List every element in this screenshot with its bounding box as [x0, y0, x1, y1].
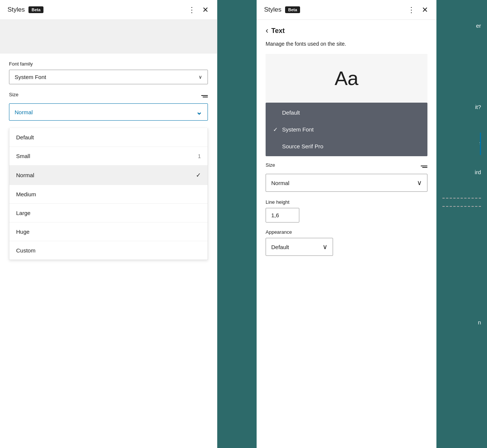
right-close-button[interactable]: ✕	[421, 5, 429, 14]
background-text-n: n	[442, 319, 481, 326]
dropdown-item-large[interactable]: Large	[9, 204, 208, 223]
right-size-label-row: Size	[266, 162, 427, 171]
line-height-label: Line height	[266, 199, 427, 205]
left-panel-header: Styles Beta ⋮ ✕	[0, 0, 217, 20]
right-size-chevron-icon: ∨	[417, 179, 422, 187]
background-text-t: t	[442, 140, 481, 146]
size-dropdown-list: Default Small 1 Normal ✓ Medium Large Hu…	[9, 128, 208, 260]
font-dropdown: Default ✓ System Font Source Serif Pro	[266, 103, 427, 156]
dropdown-item-label: Small	[16, 153, 30, 159]
right-panel: Styles Beta ⋮ ✕ ‹ Text Manage the fonts …	[257, 0, 436, 448]
background-text-er: er	[442, 22, 481, 29]
font-family-label: Font family	[9, 61, 208, 67]
font-preview-text: Aa	[335, 67, 359, 90]
right-size-value: Normal	[271, 180, 289, 186]
right-fields: Size Normal ∨ Line height Appearance Def…	[257, 162, 436, 263]
dropdown-item-label: Custom	[16, 247, 36, 254]
right-background: er it? t ird n	[436, 0, 487, 448]
small-count: 1	[198, 153, 201, 159]
size-section: Size Normal ⌄	[9, 92, 208, 121]
line-height-section: Line height	[266, 199, 427, 223]
right-title-area: Styles Beta	[264, 6, 300, 13]
font-option-default[interactable]: Default	[266, 104, 427, 121]
size-label: Size	[9, 92, 18, 97]
font-option-label: Default	[282, 109, 300, 116]
font-family-select[interactable]: System Font ∨	[9, 70, 208, 84]
back-arrow-icon[interactable]: ‹	[266, 26, 268, 36]
size-filter-icon[interactable]	[200, 95, 208, 97]
dropdown-item-normal[interactable]: Normal ✓	[9, 166, 208, 185]
section-title: Text	[271, 27, 285, 35]
right-header-actions: ⋮ ✕	[407, 5, 429, 14]
left-panel: Styles Beta ⋮ ✕ Font family System Font …	[0, 0, 217, 448]
left-title-area: Styles Beta	[7, 6, 43, 13]
normal-check-icon: ✓	[196, 172, 201, 179]
dots-icon: ⋮	[408, 6, 415, 14]
back-navigation: ‹ Text	[257, 20, 436, 40]
left-beta-badge: Beta	[28, 6, 43, 13]
appearance-label: Appearance	[266, 229, 427, 235]
dropdown-item-huge[interactable]: Huge	[9, 223, 208, 241]
left-close-button[interactable]: ✕	[202, 5, 209, 14]
section-description: Manage the fonts used on the site.	[257, 40, 436, 54]
close-icon: ✕	[202, 6, 209, 14]
dropdown-item-label: Huge	[16, 228, 30, 235]
system-font-check-icon: ✓	[273, 126, 278, 133]
font-option-label: System Font	[282, 126, 314, 133]
appearance-section: Appearance Default ∨	[266, 229, 427, 256]
size-select[interactable]: Normal ⌄	[9, 103, 208, 121]
close-icon: ✕	[422, 6, 428, 14]
dashed-separator	[442, 198, 481, 199]
right-beta-badge: Beta	[285, 6, 300, 13]
dropdown-item-label: Normal	[16, 172, 34, 178]
appearance-chevron-icon: ∨	[323, 243, 327, 251]
appearance-select[interactable]: Default ∨	[266, 238, 333, 256]
font-option-label: Source Serif Pro	[282, 143, 323, 149]
blue-border	[480, 133, 481, 155]
right-more-options-button[interactable]: ⋮	[407, 5, 416, 14]
appearance-value: Default	[271, 244, 289, 250]
dropdown-item-medium[interactable]: Medium	[9, 185, 208, 204]
dropdown-item-label: Default	[16, 134, 34, 140]
font-preview-container: Aa Default ✓ System Font Source Serif Pr…	[266, 54, 427, 156]
left-preview-area	[0, 20, 217, 54]
right-size-label: Size	[266, 162, 275, 168]
background-text-it: it?	[442, 104, 481, 110]
dropdown-item-label: Medium	[16, 191, 36, 197]
line-height-input[interactable]	[266, 208, 299, 223]
left-panel-title: Styles	[7, 6, 25, 13]
font-option-source-serif[interactable]: Source Serif Pro	[266, 138, 427, 155]
font-family-chevron-icon: ∨	[199, 74, 202, 80]
background-gap	[217, 0, 256, 448]
font-option-system[interactable]: ✓ System Font	[266, 121, 427, 138]
size-label-row: Size	[9, 92, 208, 100]
right-size-section: Size Normal ∨	[266, 162, 427, 192]
right-size-select[interactable]: Normal ∨	[266, 174, 427, 192]
left-more-options-button[interactable]: ⋮	[187, 5, 196, 14]
left-content: Font family System Font ∨ Size Normal ⌄	[0, 54, 217, 128]
size-chevron-icon: ⌄	[196, 108, 202, 116]
dashed-separator-2	[442, 206, 481, 207]
dropdown-item-default[interactable]: Default	[9, 128, 208, 147]
right-panel-title: Styles	[264, 6, 281, 13]
left-header-actions: ⋮ ✕	[187, 5, 209, 14]
dropdown-item-small[interactable]: Small 1	[9, 147, 208, 166]
font-family-value: System Font	[15, 74, 46, 80]
dots-icon: ⋮	[188, 6, 196, 14]
right-size-filter-icon[interactable]	[421, 166, 427, 168]
background-text-ird: ird	[442, 169, 481, 175]
dropdown-item-custom[interactable]: Custom	[9, 241, 208, 260]
size-value: Normal	[15, 109, 33, 115]
right-panel-header: Styles Beta ⋮ ✕	[257, 0, 436, 20]
font-preview-box: Aa	[266, 54, 427, 103]
dropdown-item-label: Large	[16, 210, 30, 216]
